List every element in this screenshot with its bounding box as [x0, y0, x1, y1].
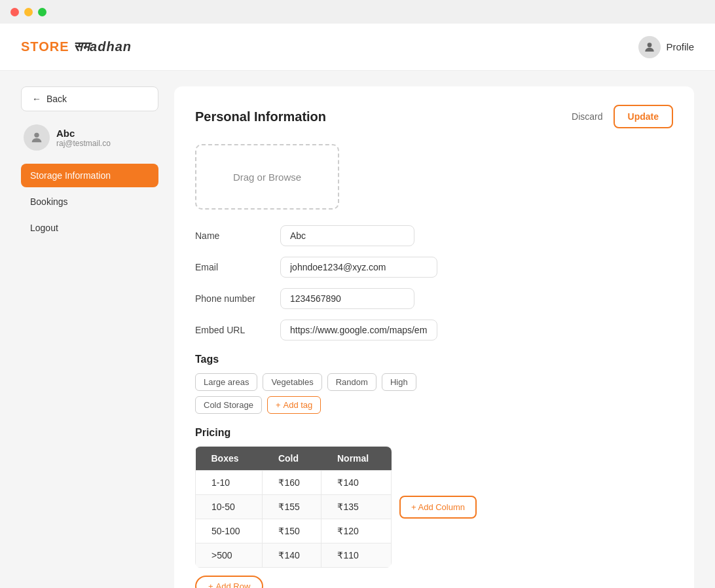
cell-cold-3: ₹150 [263, 519, 321, 543]
embed-label: Embed URL [195, 325, 280, 335]
back-arrow-icon: ← [32, 94, 41, 104]
cell-boxes-3: 50-100 [196, 519, 263, 543]
app-window: STORE समadhan Profile ← Back [0, 24, 715, 588]
tag-cold-storage: Cold Storage [195, 396, 262, 414]
cell-boxes-2: 10-50 [196, 495, 263, 519]
col-header-normal: Normal [321, 447, 392, 471]
col-header-cold: Cold [263, 447, 321, 471]
close-dot[interactable] [10, 8, 19, 16]
discard-button[interactable]: Discard [572, 111, 602, 122]
header: STORE समadhan Profile [0, 24, 715, 71]
maximize-dot[interactable] [38, 8, 46, 16]
tag-random: Random [327, 373, 376, 391]
cell-cold-2: ₹155 [263, 495, 321, 519]
upload-placeholder: Drag or Browse [233, 172, 301, 183]
cell-normal-3: ₹120 [321, 519, 392, 543]
sidebar-nav: Storage Information Bookings Logout [21, 164, 158, 240]
pricing-title: Pricing [195, 427, 673, 439]
table-row: >500 ₹140 ₹110 [196, 543, 392, 568]
cell-boxes-4: >500 [196, 543, 263, 568]
table-row: 50-100 ₹150 ₹120 [196, 519, 392, 543]
email-input[interactable] [280, 257, 437, 278]
sidebar-item-bookings[interactable]: Bookings [21, 190, 158, 213]
minimize-dot[interactable] [24, 8, 33, 16]
email-label: Email [195, 262, 280, 272]
tag-vegetables: Vegetables [263, 373, 321, 391]
embed-input[interactable] [280, 320, 437, 340]
cell-cold-4: ₹140 [263, 543, 321, 568]
panel-header: Personal Information Discard Update [195, 105, 673, 128]
form-row-email: Email [195, 257, 673, 278]
sidebar: ← Back Abc raj@testmail.co Storage Infor… [21, 86, 158, 588]
profile-label: Profile [666, 41, 694, 52]
sidebar-item-storage-information[interactable]: Storage Information [21, 164, 158, 187]
sidebar-item-logout[interactable]: Logout [21, 216, 158, 240]
name-input[interactable] [280, 225, 414, 246]
svg-point-1 [34, 133, 39, 138]
col-header-boxes: Boxes [196, 447, 263, 471]
form-row-name: Name [195, 225, 673, 246]
cell-cold-1: ₹160 [263, 471, 321, 495]
add-column-label: + Add Column [411, 502, 465, 512]
user-profile: Abc raj@testmail.co [21, 124, 158, 151]
add-row-icon: + [208, 581, 213, 588]
titlebar [0, 0, 715, 24]
add-column-button[interactable]: + Add Column [399, 496, 477, 519]
logo-store: STORE [21, 39, 69, 54]
cell-normal-1: ₹140 [321, 471, 392, 495]
panel-actions: Discard Update [572, 105, 673, 128]
phone-input[interactable] [280, 288, 414, 309]
tag-large-areas: Large areas [195, 373, 257, 391]
user-email: raj@testmail.co [56, 139, 111, 148]
profile-avatar-icon [638, 36, 661, 58]
add-row-label: Add Row [216, 581, 251, 588]
name-label: Name [195, 230, 280, 241]
table-row: 1-10 ₹160 ₹140 [196, 471, 392, 495]
table-row: 10-50 ₹155 ₹135 [196, 495, 392, 519]
tags-row2: Cold Storage + Add tag [195, 396, 673, 414]
profile-button[interactable]: Profile [638, 36, 694, 58]
user-avatar [24, 124, 50, 151]
svg-point-0 [648, 43, 652, 47]
add-tag-button[interactable]: + Add tag [267, 396, 321, 414]
add-tag-label: Add tag [283, 400, 312, 410]
form-row-embed: Embed URL [195, 320, 673, 340]
back-label: Back [46, 94, 67, 104]
tag-high: High [382, 373, 416, 391]
back-button[interactable]: ← Back [21, 86, 158, 111]
user-name: Abc [56, 128, 111, 139]
cell-normal-4: ₹110 [321, 543, 392, 568]
logo: STORE समadhan [21, 39, 132, 54]
update-button[interactable]: Update [614, 105, 673, 128]
logo-samadhan: समadhan [73, 39, 132, 54]
form-row-phone: Phone number [195, 288, 673, 309]
pricing-table-wrapper: Boxes Cold Normal 1-10 ₹160 ₹140 10-50 [195, 447, 673, 568]
main-layout: ← Back Abc raj@testmail.co Storage Infor… [0, 71, 715, 588]
phone-label: Phone number [195, 293, 280, 304]
content-panel: Personal Information Discard Update Drag… [174, 86, 694, 588]
user-info: Abc raj@testmail.co [56, 128, 111, 148]
cell-normal-2: ₹135 [321, 495, 392, 519]
pricing-table: Boxes Cold Normal 1-10 ₹160 ₹140 10-50 [195, 447, 392, 568]
tags-container: Large areas Vegetables Random High [195, 373, 673, 391]
add-row-button[interactable]: + Add Row [195, 576, 263, 588]
tags-title: Tags [195, 354, 673, 365]
cell-boxes-1: 1-10 [196, 471, 263, 495]
upload-area[interactable]: Drag or Browse [195, 144, 339, 210]
page-title: Personal Information [195, 109, 326, 124]
add-tag-icon: + [276, 400, 281, 410]
